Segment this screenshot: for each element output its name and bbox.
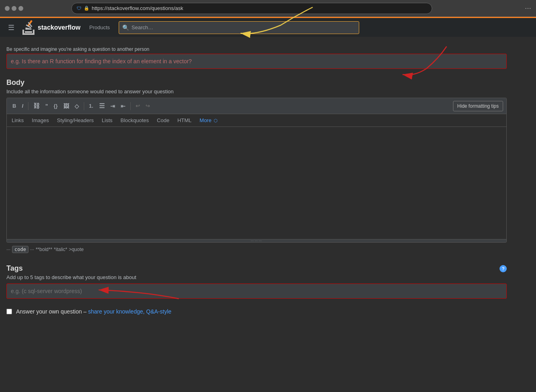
toolbar-code[interactable]: {} — [51, 101, 60, 111]
toolbar-special[interactable]: ◇ — [72, 101, 81, 111]
hint-code-label: code — [12, 246, 28, 253]
title-section: Be specific and imagine you're asking a … — [6, 46, 507, 69]
shield-icon: 🛡 — [77, 6, 81, 11]
tags-input[interactable] — [6, 283, 507, 299]
toolbar-unordered-list[interactable]: ☰ — [97, 101, 107, 111]
toolbar-ordered-list[interactable]: 1. — [87, 101, 96, 111]
so-logo-icon — [22, 20, 35, 35]
toolbar-sep-1 — [28, 102, 28, 110]
browser-url: https://stackoverflow.com/questions/ask — [92, 5, 183, 11]
toolbar-sep-2 — [84, 102, 84, 110]
external-link-icon: ⬡ — [214, 118, 218, 123]
tags-help-icon[interactable]: ? — [500, 265, 507, 272]
body-title: Body — [6, 78, 507, 87]
search-input[interactable] — [131, 24, 356, 30]
toolbar-indent[interactable]: ⇥ — [108, 101, 117, 111]
browser-dot-2 — [12, 6, 16, 11]
hint-bold: **bold** — [36, 247, 52, 252]
hide-formatting-tips-btn[interactable]: Hide formatting tips — [453, 101, 503, 111]
svg-rect-0 — [25, 31, 32, 32]
hamburger-menu[interactable]: ☰ — [6, 22, 16, 34]
tab-more[interactable]: More ⬡ — [200, 117, 218, 123]
tab-links[interactable]: Links — [12, 117, 24, 123]
self-answer-label: Answer your own question – share your kn… — [16, 308, 172, 315]
tags-title: Tags — [6, 264, 23, 273]
hint-dots-1: ··· — [6, 247, 10, 252]
formatting-tabs: Links Images Styling/Headers Lists Block… — [7, 114, 506, 127]
self-answer-section: Answer your own question – share your kn… — [6, 308, 507, 315]
toolbar-sep-3 — [130, 102, 131, 110]
toolbar-redo[interactable]: ↪ — [143, 101, 152, 111]
browser-dot-1 — [5, 6, 10, 11]
lock-icon: 🔒 — [84, 6, 89, 11]
browser-dots — [5, 6, 23, 11]
products-link[interactable]: Products — [87, 23, 112, 32]
editor-toolbar: B I ⛓ " {} 🖼 ◇ 1. ☰ ⇥ ⇤ ↩ ↪ Hide formatt… — [7, 98, 506, 114]
tab-blockquotes[interactable]: Blockquotes — [121, 117, 149, 123]
page-wrapper: 🛡 🔒 https://stackoverflow.com/questions/… — [0, 0, 536, 324]
tab-styling-headers[interactable]: Styling/Headers — [57, 117, 94, 123]
resize-handle[interactable]: ⋯⋯⋯ — [7, 239, 506, 242]
question-title-input[interactable] — [6, 54, 507, 69]
editor-container: B I ⛓ " {} 🖼 ◇ 1. ☰ ⇥ ⇤ ↩ ↪ Hide formatt… — [6, 98, 507, 243]
main-content: Be specific and imagine you're asking a … — [0, 37, 513, 324]
hint-italic: *italic* — [54, 247, 67, 252]
editor-body[interactable] — [7, 127, 506, 239]
toolbar-blockquote[interactable]: " — [43, 101, 51, 111]
toolbar-italic[interactable]: I — [19, 101, 26, 111]
self-answer-checkbox[interactable] — [6, 309, 12, 314]
self-answer-link[interactable]: share your knowledge, Q&A-style — [88, 308, 172, 315]
resize-dots: ⋯⋯⋯ — [251, 239, 263, 243]
so-logo-text: stackoverflow — [38, 24, 81, 31]
toolbar-image[interactable]: 🖼 — [61, 101, 71, 111]
hint-quote: >quote — [69, 247, 84, 252]
toolbar-link[interactable]: ⛓ — [31, 101, 42, 111]
toolbar-undo[interactable]: ↩ — [133, 101, 142, 111]
hint-dots-2: ··· — [30, 247, 34, 252]
tab-code[interactable]: Code — [157, 117, 169, 123]
tags-section: Tags ? Add up to 5 tags to describe what… — [6, 264, 507, 299]
so-navbar: ☰ stackoverflow Products 🔍 — [0, 17, 536, 37]
tags-header: Tags ? — [6, 264, 507, 273]
body-section: Body Include all the information someone… — [6, 78, 507, 94]
browser-menu-dots[interactable]: ⋯ — [525, 4, 531, 12]
toolbar-bold[interactable]: B — [10, 101, 18, 111]
tags-description: Add up to 5 tags to describe what your q… — [6, 274, 507, 280]
so-logo[interactable]: stackoverflow — [22, 20, 81, 35]
tab-images[interactable]: Images — [32, 117, 49, 123]
toolbar-outdent[interactable]: ⇤ — [118, 101, 128, 111]
address-bar[interactable]: 🛡 🔒 https://stackoverflow.com/questions/… — [71, 3, 432, 14]
search-box[interactable]: 🔍 — [119, 21, 359, 34]
browser-chrome: 🛡 🔒 https://stackoverflow.com/questions/… — [0, 0, 536, 17]
body-description: Include all the information someone woul… — [6, 88, 507, 94]
tab-html[interactable]: HTML — [177, 117, 191, 123]
tab-lists[interactable]: Lists — [102, 117, 113, 123]
title-hint-label: Be specific and imagine you're asking a … — [6, 46, 507, 52]
search-icon: 🔍 — [122, 24, 129, 31]
formatting-hint: ··· code ··· **bold** *italic* >quote — [6, 246, 507, 253]
browser-dot-3 — [18, 6, 23, 11]
